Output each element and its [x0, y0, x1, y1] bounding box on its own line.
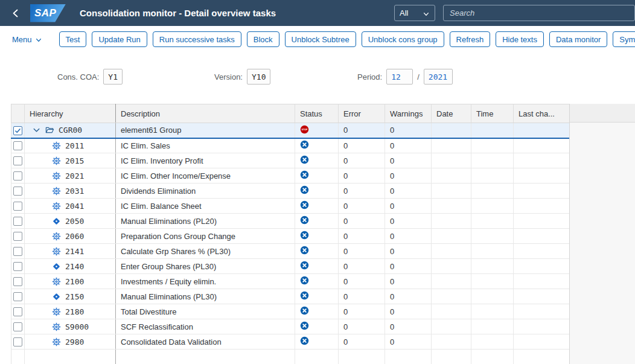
table-row[interactable]: CGR00 element61 Group STOP 0 0 — [11, 123, 570, 138]
toolbar-button-update-run[interactable]: Update Run — [92, 31, 147, 47]
error-count: 0 — [339, 304, 385, 319]
warnings-count: 0 — [385, 289, 432, 304]
column-header-error: Error — [339, 104, 385, 123]
chevron-down-icon — [423, 10, 430, 17]
expand-chevron-down-icon[interactable] — [32, 126, 41, 135]
search-scope-select[interactable]: All — [394, 5, 435, 21]
cons-coa-field[interactable]: Y1 — [103, 69, 123, 85]
row-checkbox[interactable] — [13, 232, 22, 241]
table-row[interactable]: 2041 IC Elim. Balance Sheet 0 0 — [11, 199, 570, 214]
time-cell — [471, 229, 514, 244]
hierarchy-cell: 2141 — [32, 247, 115, 256]
toolbar-button-unblock-cons-group[interactable]: Unblock cons group — [362, 31, 444, 47]
row-checkbox[interactable] — [13, 217, 22, 226]
gear-icon — [52, 171, 61, 180]
table-row[interactable]: 2141 Calculate Grp Shares % (PL30) 0 0 — [11, 244, 570, 259]
toolbar-button-run-successive-tasks[interactable]: Run successive tasks — [153, 31, 241, 47]
hierarchy-cell: 2180 — [32, 307, 115, 316]
row-checkbox[interactable] — [13, 277, 22, 286]
filter-bar: Cons. COA: Y1 Version: Y10 Period: 12 / … — [0, 53, 635, 100]
row-checkbox[interactable] — [13, 187, 22, 196]
time-cell — [471, 274, 514, 289]
date-cell — [432, 199, 471, 214]
row-checkbox[interactable] — [13, 307, 22, 316]
back-icon[interactable] — [11, 8, 21, 18]
task-description: Manual Eliminations (PL30) — [116, 289, 295, 304]
row-checkbox[interactable] — [13, 337, 22, 346]
task-description: Manual Eliminations (PL20) — [116, 214, 295, 229]
period-year-field[interactable]: 2021 — [424, 69, 453, 85]
search-input-wrap — [443, 5, 635, 21]
row-checkbox[interactable] — [13, 202, 22, 211]
status-cell — [295, 244, 339, 259]
blocked-status-icon — [300, 246, 309, 255]
menu-button[interactable]: Menu — [12, 35, 42, 44]
toolbar-button-test[interactable]: Test — [59, 31, 87, 47]
warnings-count: 0 — [385, 334, 432, 350]
table-row[interactable]: 2021 IC Elim. Other Income/Expense 0 0 — [11, 168, 570, 184]
task-code: 2015 — [65, 156, 84, 165]
row-checkbox[interactable] — [13, 156, 22, 165]
error-count: 0 — [339, 274, 385, 289]
time-cell — [471, 334, 514, 350]
status-cell — [295, 304, 339, 319]
last-changed-cell — [514, 138, 570, 153]
table-row[interactable]: 2031 Dividends Elimination 0 0 — [11, 184, 570, 199]
row-checkbox[interactable] — [13, 171, 22, 180]
row-checkbox[interactable] — [13, 126, 22, 135]
toolbar-button-hide-texts[interactable]: Hide texts — [496, 31, 544, 47]
warnings-count: 0 — [385, 229, 432, 244]
row-checkbox[interactable] — [13, 247, 22, 256]
error-count: 0 — [339, 138, 385, 153]
date-cell — [432, 138, 471, 153]
toolbar-buttons: TestUpdate RunRun successive tasksBlockU… — [59, 31, 635, 47]
date-cell — [432, 214, 471, 229]
last-changed-cell — [514, 334, 570, 350]
version-field[interactable]: Y10 — [247, 69, 270, 85]
date-cell — [432, 184, 471, 199]
task-code: 2031 — [65, 187, 84, 196]
diamond-icon — [52, 217, 61, 226]
table-row[interactable]: 2980 Consolidated Data Validation 0 0 — [11, 334, 570, 350]
table-row[interactable]: 2150 Manual Eliminations (PL30) 0 0 — [11, 289, 570, 304]
hierarchy-cell: 2060 — [32, 232, 115, 241]
status-cell — [295, 274, 339, 289]
period-month-field[interactable]: 12 — [386, 69, 413, 85]
error-count: 0 — [339, 334, 385, 350]
table-row[interactable]: 2050 Manual Eliminations (PL20) 0 0 — [11, 214, 570, 229]
toolbar-button-block[interactable]: Block — [247, 31, 279, 47]
task-code: 2180 — [65, 307, 84, 316]
row-checkbox[interactable] — [13, 292, 22, 301]
time-cell — [471, 138, 514, 153]
toolbar-button-refresh[interactable]: Refresh — [450, 31, 491, 47]
warnings-count: 0 — [385, 214, 432, 229]
table-row[interactable]: S9000 SCF Reclassification 0 0 — [11, 319, 570, 334]
date-cell — [432, 274, 471, 289]
table-row[interactable]: 2011 IC Elim. Sales 0 0 — [11, 138, 570, 153]
table-row[interactable]: 2140 Enter Group Shares (PL30) 0 0 — [11, 259, 570, 274]
last-changed-cell — [514, 319, 570, 334]
diamond-icon — [52, 292, 61, 301]
period-label: Period: — [357, 72, 382, 81]
table-row[interactable]: 2015 IC Elim. Inventory Profit 0 0 — [11, 153, 570, 168]
hierarchy-cell: 2150 — [32, 292, 115, 301]
row-checkbox[interactable] — [13, 322, 22, 331]
toolbar-button-data-monitor[interactable]: Data monitor — [549, 31, 607, 47]
time-cell — [471, 153, 514, 168]
table-row[interactable]: 2060 Preparation Cons Group Change 0 0 — [11, 229, 570, 244]
row-checkbox[interactable] — [13, 262, 22, 271]
search-input[interactable] — [444, 8, 634, 18]
last-changed-cell — [514, 184, 570, 199]
table-row[interactable]: 2180 Total Divestiture 0 0 — [11, 304, 570, 319]
toolbar-button-unblock-subtree[interactable]: Unblock Subtree — [285, 31, 356, 47]
row-checkbox[interactable] — [13, 141, 22, 150]
task-description: Total Divestiture — [116, 304, 295, 319]
task-description: element61 Group — [116, 123, 295, 138]
toolbar-button-symbol-color-key[interactable]: Symbol/Color Key — [613, 31, 635, 47]
gear-icon — [52, 247, 61, 256]
warnings-count: 0 — [385, 123, 432, 138]
task-code: 2050 — [65, 217, 84, 226]
task-code: 2140 — [65, 262, 84, 271]
table-row[interactable]: 2100 Investments / Equity elimin. 0 0 — [11, 274, 570, 289]
status-cell — [295, 199, 339, 214]
